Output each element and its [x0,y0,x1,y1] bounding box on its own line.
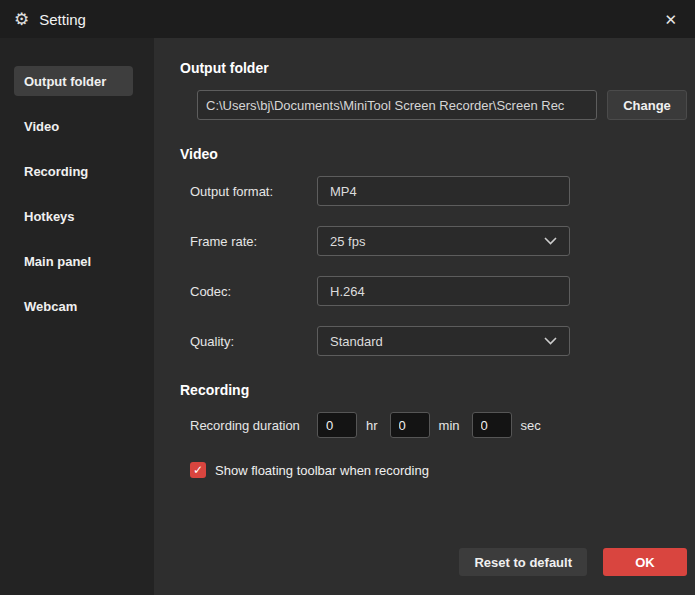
floating-toolbar-row: ✓ Show floating toolbar when recording [190,462,687,478]
sidebar-item-label: Recording [24,164,88,179]
codec-label: Codec: [190,284,317,299]
frame-rate-value: 25 fps [330,234,365,249]
codec-value: H.264 [330,284,365,299]
output-folder-heading: Output folder [180,60,687,76]
output-format-row: Output format: MP4 [190,176,687,206]
output-path-row: Change [197,90,687,120]
sidebar-item-video[interactable]: Video [14,111,133,141]
hr-unit-label: hr [366,418,378,433]
sidebar-item-webcam[interactable]: Webcam [14,291,133,321]
sidebar-item-output-folder[interactable]: Output folder [14,66,133,96]
codec-row: Codec: H.264 [190,276,687,306]
titlebar: ⚙ Setting ✕ [0,0,695,38]
sidebar-item-label: Output folder [24,74,106,89]
frame-rate-label: Frame rate: [190,234,317,249]
output-path-input[interactable] [197,90,597,120]
quality-label: Quality: [190,334,317,349]
sidebar-item-label: Webcam [24,299,77,314]
min-unit-label: min [439,418,460,433]
quality-value: Standard [330,334,383,349]
reset-to-default-button[interactable]: Reset to default [459,548,587,576]
duration-min-input[interactable] [390,412,430,438]
duration-hr-input[interactable] [317,412,357,438]
sidebar-item-hotkeys[interactable]: Hotkeys [14,201,133,231]
recording-duration-label: Recording duration [190,418,317,433]
recording-heading: Recording [180,382,687,398]
ok-button[interactable]: OK [603,548,687,576]
sidebar-item-label: Main panel [24,254,91,269]
codec-field[interactable]: H.264 [317,276,570,306]
settings-gear-icon: ⚙ [14,9,29,30]
settings-panel: Output folder Change Video Output format… [154,38,695,595]
frame-rate-row: Frame rate: 25 fps [190,226,687,256]
video-heading: Video [180,146,687,162]
floating-toolbar-label: Show floating toolbar when recording [215,463,429,478]
recording-duration-row: Recording duration hr min sec [190,412,687,438]
frame-rate-dropdown[interactable]: 25 fps [317,226,570,256]
window-title: Setting [39,11,86,28]
sidebar-item-recording[interactable]: Recording [14,156,133,186]
duration-sec-input[interactable] [472,412,512,438]
sidebar-item-label: Hotkeys [24,209,75,224]
close-icon[interactable]: ✕ [664,12,677,27]
sidebar-item-label: Video [24,119,59,134]
sidebar: Output folder Video Recording Hotkeys Ma… [0,38,154,595]
change-button[interactable]: Change [607,90,687,120]
quality-row: Quality: Standard [190,326,687,356]
footer: Reset to default OK [180,548,687,576]
sec-unit-label: sec [521,418,541,433]
output-format-value: MP4 [330,184,357,199]
chevron-down-icon [544,337,557,345]
output-format-label: Output format: [190,184,317,199]
floating-toolbar-checkbox[interactable]: ✓ [190,462,206,478]
chevron-down-icon [544,237,557,245]
output-format-field[interactable]: MP4 [317,176,570,206]
settings-window-body: Output folder Video Recording Hotkeys Ma… [0,38,695,595]
sidebar-item-main-panel[interactable]: Main panel [14,246,133,276]
quality-dropdown[interactable]: Standard [317,326,570,356]
